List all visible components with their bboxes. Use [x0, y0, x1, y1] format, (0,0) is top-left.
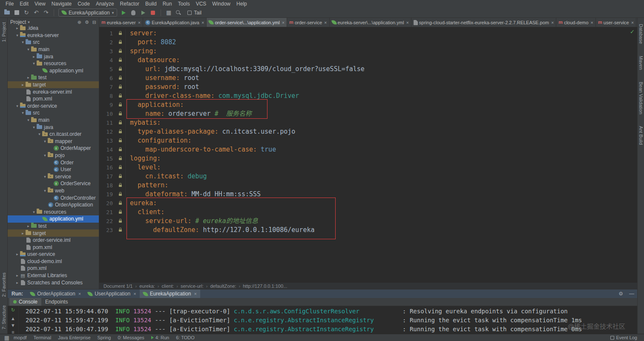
- status-item-6-todo[interactable]: 6: TODO: [172, 335, 198, 340]
- tree-arrow[interactable]: ▸: [32, 54, 36, 59]
- search-everywhere-icon[interactable]: [175, 9, 182, 16]
- tree-item-test[interactable]: ▸test: [8, 223, 99, 230]
- tree-item-eureka-server[interactable]: ▾eureka-server: [8, 32, 99, 39]
- tree-item-cn-itcast-order[interactable]: ▾cn.itcast.order: [8, 131, 99, 138]
- tree-item-java[interactable]: ▸java: [8, 53, 99, 60]
- tree-item-application-yml[interactable]: application.yml: [8, 67, 99, 75]
- run-button[interactable]: [120, 9, 127, 16]
- tree-arrow[interactable]: ▸: [15, 26, 20, 30]
- save-all-icon[interactable]: [13, 9, 20, 16]
- menu-item-file[interactable]: File: [3, 1, 17, 7]
- status-item-spring[interactable]: Spring: [94, 335, 115, 340]
- menu-item-edit[interactable]: Edit: [17, 1, 32, 7]
- tree-item-main[interactable]: ▾main: [8, 46, 99, 53]
- menu-item-run[interactable]: Run: [160, 1, 175, 7]
- tree-item-orderapplication[interactable]: COrderApplication: [8, 201, 99, 209]
- tree-arrow[interactable]: ▾: [20, 111, 25, 115]
- tree-item-ordermapper[interactable]: IOrderMapper: [8, 145, 99, 152]
- menu-item-refactor[interactable]: Refactor: [117, 1, 142, 7]
- close-icon[interactable]: ×: [551, 20, 554, 25]
- tool-window-switcher-icon[interactable]: ▦: [3, 334, 10, 341]
- breadcrumb-item-http-127-0-0-1-100[interactable]: http://127.0.0.1:100...: [243, 284, 287, 289]
- tree-item-service[interactable]: ▾service: [8, 173, 99, 180]
- stop-button[interactable]: [150, 9, 156, 16]
- tree-item-external-libraries[interactable]: ▸▤External Libraries: [8, 272, 99, 279]
- tree-arrow[interactable]: ▾: [43, 139, 47, 143]
- tree-item-idea[interactable]: ▸.idea: [8, 25, 99, 32]
- scroll-up-icon[interactable]: ▲: [11, 316, 15, 321]
- open-folder-icon[interactable]: [3, 9, 10, 16]
- sync-icon[interactable]: ↻: [23, 9, 30, 16]
- close-icon[interactable]: ×: [631, 20, 634, 25]
- run-tab-orderapplication[interactable]: OrderApplication×: [27, 289, 84, 298]
- status-item-java-enterprise[interactable]: Java Enterprise: [55, 335, 94, 340]
- tool-button-7-structure[interactable]: 7: Structure: [1, 305, 6, 330]
- menu-item-build[interactable]: Build: [142, 1, 160, 7]
- tree-arrow[interactable]: ▸: [26, 224, 31, 228]
- tree-arrow[interactable]: ▸: [15, 252, 20, 256]
- scroll-down-icon[interactable]: ▼: [11, 323, 15, 328]
- debug-button[interactable]: [130, 9, 137, 16]
- tree-arrow[interactable]: ▾: [43, 153, 47, 158]
- tree-item-java[interactable]: ▾java: [8, 123, 99, 131]
- tree-arrow[interactable]: ▾: [43, 189, 47, 193]
- close-icon[interactable]: ×: [406, 20, 408, 25]
- soft-wrap-icon[interactable]: ≡: [12, 330, 14, 335]
- tree-arrow[interactable]: ▸: [20, 231, 25, 235]
- close-icon[interactable]: ×: [133, 291, 136, 296]
- tree-arrow[interactable]: ▾: [43, 175, 47, 179]
- breadcrumb-item-eureka[interactable]: eureka:: [139, 284, 155, 289]
- editor-tab-eureka-server[interactable]: meureka-server×: [99, 18, 143, 27]
- tree-arrow[interactable]: ▾: [15, 104, 20, 108]
- coverage-button[interactable]: [140, 9, 147, 16]
- tool-button-ant-build[interactable]: Ant Build: [638, 126, 644, 145]
- tree-item-resources[interactable]: ▾resources: [8, 208, 99, 215]
- rerun-icon[interactable]: ↻: [11, 307, 15, 312]
- close-icon[interactable]: ×: [282, 20, 285, 25]
- status-item-mopdf[interactable]: mopdf: [10, 335, 30, 340]
- undo-icon[interactable]: ↶: [33, 9, 40, 16]
- tree-item-mapper[interactable]: ▾mapper: [8, 138, 99, 145]
- tree-item-pom-xml[interactable]: pom.xml: [8, 265, 99, 272]
- run-configuration-combo[interactable]: EurekaApplication ▾: [58, 9, 117, 17]
- tree-item-resources[interactable]: ▾resources: [8, 60, 99, 67]
- tree-item-cloud-demo-iml[interactable]: cloud-demo.iml: [8, 258, 99, 265]
- grid-icon[interactable]: ▦: [165, 9, 172, 16]
- tree-item-test[interactable]: ▸test: [8, 74, 99, 81]
- tail-button[interactable]: Tail: [187, 10, 201, 16]
- status-item-4-run[interactable]: 4: Run: [148, 335, 172, 340]
- tree-item-user-service[interactable]: ▸user-service: [8, 251, 99, 258]
- tree-item-web[interactable]: ▾web: [8, 187, 99, 195]
- run-tab-eurekaapplication[interactable]: EurekaApplication×: [140, 289, 200, 298]
- tree-item-order[interactable]: COrder: [8, 159, 99, 166]
- editor-tab-order-service[interactable]: morder-service×: [287, 18, 329, 27]
- tree-arrow[interactable]: ▸: [15, 273, 20, 278]
- tree-item-orderservice[interactable]: IOrderService: [8, 180, 99, 187]
- tool-button-database[interactable]: Database: [638, 24, 644, 44]
- tree-item-target[interactable]: ▸target: [8, 81, 99, 89]
- tree-arrow[interactable]: ▾: [32, 210, 36, 214]
- breadcrumb-item-document-1-1[interactable]: Document 1/1: [104, 284, 132, 289]
- console-view-tab-console[interactable]: Console: [9, 298, 41, 306]
- tool-button-bean-validation[interactable]: Bean Validation: [638, 82, 644, 114]
- menu-item-window[interactable]: Window: [209, 1, 233, 7]
- tree-arrow[interactable]: ▸: [15, 281, 20, 285]
- tree-arrow[interactable]: ▾: [32, 125, 36, 129]
- status-item-0-messages[interactable]: 0: Messages: [114, 335, 147, 340]
- breadcrumb-item-defaultzone[interactable]: defaultZone:: [210, 284, 236, 289]
- tree-arrow[interactable]: ▾: [26, 47, 31, 52]
- tree-item-eureka-server-iml[interactable]: eureka-server.iml: [8, 88, 99, 95]
- tree-arrow[interactable]: ▾: [20, 40, 25, 44]
- tree-arrow[interactable]: ▾: [15, 33, 20, 37]
- tree-arrow[interactable]: ▾: [26, 118, 31, 122]
- tree-item-src[interactable]: ▾src: [8, 109, 99, 117]
- close-icon[interactable]: ×: [591, 20, 593, 25]
- locate-icon[interactable]: ⊕: [78, 20, 81, 25]
- status-item-terminal[interactable]: Terminal: [30, 335, 55, 340]
- tree-item-pom-xml[interactable]: pom.xml: [8, 95, 99, 103]
- close-icon[interactable]: ×: [138, 20, 141, 25]
- editor-tab-user-service[interactable]: muser-service×: [596, 18, 636, 27]
- gear-icon[interactable]: ⚙: [85, 20, 89, 25]
- tool-button-2-favorites[interactable]: 2: Favorites: [1, 272, 6, 297]
- close-icon[interactable]: ×: [78, 291, 81, 296]
